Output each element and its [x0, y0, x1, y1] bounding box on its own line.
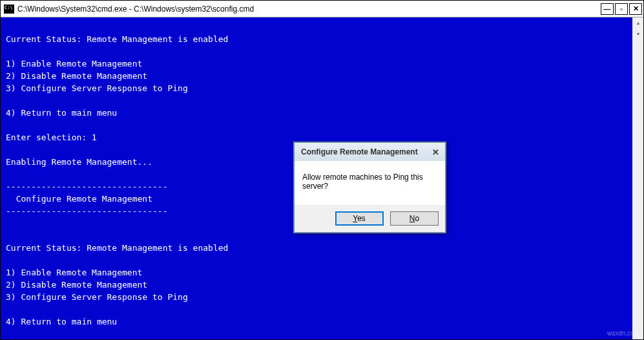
- cmd-icon: [4, 5, 14, 14]
- no-label-rest: o: [415, 214, 419, 223]
- yes-button[interactable]: Yes: [335, 211, 384, 226]
- titlebar-buttons: — ▫ ✕: [601, 3, 642, 15]
- dialog-button-row: Yes No: [295, 205, 445, 232]
- watermark: wsxdn.com: [607, 330, 639, 337]
- minimize-button[interactable]: —: [601, 3, 614, 15]
- dialog-message: Allow remote machines to Ping this serve…: [295, 161, 445, 205]
- dialog-titlebar: Configure Remote Management ✕: [295, 143, 445, 161]
- scroll-down-icon[interactable]: ▾: [632, 28, 643, 39]
- window-title: C:\Windows\System32\cmd.exe - C:\Windows…: [17, 5, 601, 14]
- maximize-button[interactable]: ▫: [615, 3, 628, 15]
- scroll-up-icon[interactable]: ▴: [632, 17, 643, 28]
- vertical-scrollbar[interactable]: ▴ ▾: [632, 17, 643, 339]
- dialog-window: Configure Remote Management ✕ Allow remo…: [293, 142, 446, 233]
- command-prompt-window: C:\Windows\System32\cmd.exe - C:\Windows…: [0, 0, 644, 340]
- no-button[interactable]: No: [390, 211, 439, 226]
- dialog-close-button[interactable]: ✕: [430, 147, 441, 157]
- titlebar: C:\Windows\System32\cmd.exe - C:\Windows…: [1, 1, 643, 17]
- close-button[interactable]: ✕: [629, 3, 642, 15]
- dialog-title: Configure Remote Management: [301, 147, 430, 156]
- yes-label-rest: es: [357, 214, 366, 223]
